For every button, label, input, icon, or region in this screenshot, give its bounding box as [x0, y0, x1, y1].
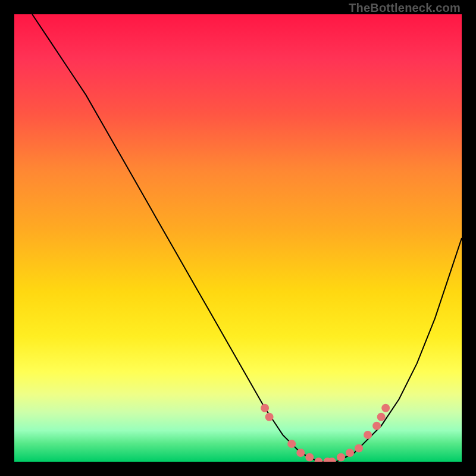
- data-marker: [314, 458, 322, 462]
- plot-area: [14, 14, 462, 462]
- bottleneck-curve-path: [32, 14, 462, 462]
- data-marker: [372, 422, 381, 430]
- data-marker: [265, 413, 274, 421]
- data-marker: [337, 453, 345, 462]
- watermark-text: TheBottleneck.com: [349, 1, 461, 15]
- data-marker: [305, 453, 314, 462]
- data-marker: [364, 431, 372, 439]
- data-marker: [355, 444, 363, 452]
- data-marker: [346, 449, 354, 457]
- marker-group: [261, 404, 390, 462]
- data-marker: [296, 449, 305, 457]
- data-marker: [287, 440, 296, 448]
- data-marker: [377, 413, 386, 421]
- chart-svg: [14, 14, 462, 462]
- data-marker: [261, 404, 269, 412]
- data-marker: [381, 404, 390, 412]
- chart-container: TheBottleneck.com: [0, 0, 476, 476]
